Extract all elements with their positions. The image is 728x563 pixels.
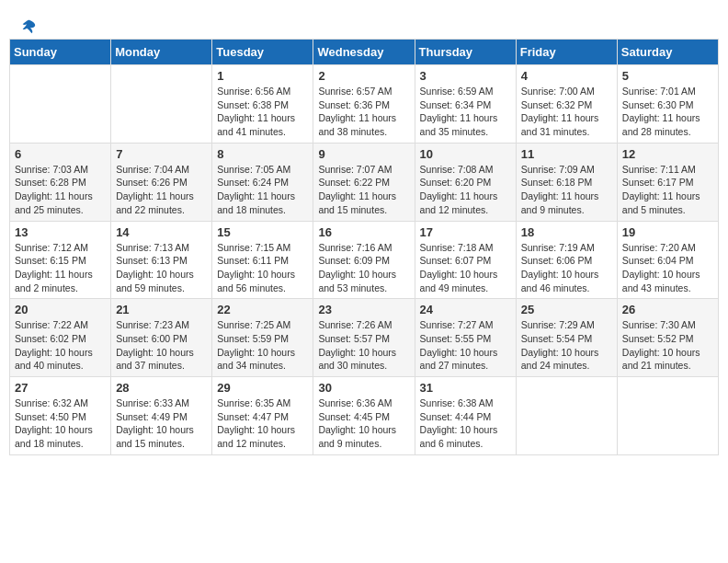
day-number: 4 <box>521 69 612 83</box>
day-number: 10 <box>420 147 511 161</box>
calendar-cell <box>516 377 617 455</box>
day-number: 25 <box>521 303 612 316</box>
day-number: 28 <box>116 381 207 395</box>
day-number: 16 <box>318 225 409 239</box>
calendar-cell <box>111 65 212 144</box>
weekday-header-sunday: Sunday <box>10 40 111 65</box>
day-number: 12 <box>622 147 713 161</box>
calendar-cell: 22Sunrise: 7:25 AMSunset: 5:59 PMDayligh… <box>212 299 313 377</box>
header <box>9 9 719 34</box>
calendar-cell: 31Sunrise: 6:38 AMSunset: 4:44 PMDayligh… <box>415 377 516 455</box>
day-info: Sunrise: 7:12 AMSunset: 6:15 PMDaylight:… <box>15 241 106 295</box>
logo <box>18 18 37 29</box>
day-info: Sunrise: 7:25 AMSunset: 5:59 PMDaylight:… <box>217 318 308 373</box>
calendar-cell: 13Sunrise: 7:12 AMSunset: 6:15 PMDayligh… <box>10 221 111 299</box>
day-info: Sunrise: 6:35 AMSunset: 4:47 PMDaylight:… <box>217 396 308 451</box>
day-number: 15 <box>217 225 308 239</box>
calendar-cell: 26Sunrise: 7:30 AMSunset: 5:52 PMDayligh… <box>617 299 718 377</box>
calendar-cell: 16Sunrise: 7:16 AMSunset: 6:09 PMDayligh… <box>313 221 415 299</box>
day-info: Sunrise: 7:04 AMSunset: 6:26 PMDaylight:… <box>116 163 207 217</box>
weekday-header-friday: Friday <box>516 40 617 65</box>
weekday-header-thursday: Thursday <box>415 40 516 65</box>
day-info: Sunrise: 7:20 AMSunset: 6:04 PMDaylight:… <box>622 241 713 295</box>
calendar-cell: 25Sunrise: 7:29 AMSunset: 5:54 PMDayligh… <box>516 299 617 377</box>
day-info: Sunrise: 6:36 AMSunset: 4:45 PMDaylight:… <box>318 396 409 451</box>
day-info: Sunrise: 7:07 AMSunset: 6:22 PMDaylight:… <box>318 163 409 217</box>
day-number: 24 <box>420 303 511 316</box>
day-info: Sunrise: 7:15 AMSunset: 6:11 PMDaylight:… <box>217 241 308 295</box>
day-number: 29 <box>217 381 308 395</box>
day-number: 14 <box>116 225 207 239</box>
calendar-cell: 10Sunrise: 7:08 AMSunset: 6:20 PMDayligh… <box>415 143 516 221</box>
day-info: Sunrise: 6:56 AMSunset: 6:38 PMDaylight:… <box>217 85 308 139</box>
day-info: Sunrise: 7:30 AMSunset: 5:52 PMDaylight:… <box>622 318 713 373</box>
calendar-cell: 14Sunrise: 7:13 AMSunset: 6:13 PMDayligh… <box>111 221 212 299</box>
week-row-3: 13Sunrise: 7:12 AMSunset: 6:15 PMDayligh… <box>10 221 719 299</box>
day-number: 5 <box>622 69 713 83</box>
calendar-cell: 11Sunrise: 7:09 AMSunset: 6:18 PMDayligh… <box>516 143 617 221</box>
day-info: Sunrise: 7:18 AMSunset: 6:07 PMDaylight:… <box>420 241 511 295</box>
day-info: Sunrise: 7:03 AMSunset: 6:28 PMDaylight:… <box>15 163 106 217</box>
weekday-header-saturday: Saturday <box>617 40 718 65</box>
day-number: 19 <box>622 225 713 239</box>
day-number: 20 <box>15 303 106 316</box>
day-number: 30 <box>318 381 409 395</box>
calendar-cell: 20Sunrise: 7:22 AMSunset: 6:02 PMDayligh… <box>10 299 111 377</box>
calendar-cell: 8Sunrise: 7:05 AMSunset: 6:24 PMDaylight… <box>212 143 313 221</box>
calendar-cell: 2Sunrise: 6:57 AMSunset: 6:36 PMDaylight… <box>313 65 415 144</box>
calendar-cell: 17Sunrise: 7:18 AMSunset: 6:07 PMDayligh… <box>415 221 516 299</box>
week-row-5: 27Sunrise: 6:32 AMSunset: 4:50 PMDayligh… <box>10 377 719 455</box>
day-number: 3 <box>420 69 511 83</box>
day-number: 1 <box>217 69 308 83</box>
weekday-header-wednesday: Wednesday <box>313 40 415 65</box>
calendar-cell: 5Sunrise: 7:01 AMSunset: 6:30 PMDaylight… <box>617 65 718 144</box>
calendar-cell: 1Sunrise: 6:56 AMSunset: 6:38 PMDaylight… <box>212 65 313 144</box>
day-info: Sunrise: 7:23 AMSunset: 6:00 PMDaylight:… <box>116 318 207 373</box>
day-number: 21 <box>116 303 207 316</box>
day-info: Sunrise: 7:08 AMSunset: 6:20 PMDaylight:… <box>420 163 511 217</box>
day-info: Sunrise: 7:27 AMSunset: 5:55 PMDaylight:… <box>420 318 511 373</box>
calendar-cell: 15Sunrise: 7:15 AMSunset: 6:11 PMDayligh… <box>212 221 313 299</box>
day-number: 13 <box>15 225 106 239</box>
day-info: Sunrise: 7:26 AMSunset: 5:57 PMDaylight:… <box>318 318 409 373</box>
day-info: Sunrise: 7:29 AMSunset: 5:54 PMDaylight:… <box>521 318 612 373</box>
day-info: Sunrise: 6:38 AMSunset: 4:44 PMDaylight:… <box>420 396 511 451</box>
calendar-cell: 30Sunrise: 6:36 AMSunset: 4:45 PMDayligh… <box>313 377 415 455</box>
weekday-header-row: SundayMondayTuesdayWednesdayThursdayFrid… <box>10 40 719 65</box>
day-number: 11 <box>521 147 612 161</box>
day-number: 27 <box>15 381 106 395</box>
day-number: 2 <box>318 69 409 83</box>
day-info: Sunrise: 7:09 AMSunset: 6:18 PMDaylight:… <box>521 163 612 217</box>
day-info: Sunrise: 7:11 AMSunset: 6:17 PMDaylight:… <box>622 163 713 217</box>
day-info: Sunrise: 7:01 AMSunset: 6:30 PMDaylight:… <box>622 85 713 139</box>
day-info: Sunrise: 7:16 AMSunset: 6:09 PMDaylight:… <box>318 241 409 295</box>
week-row-1: 1Sunrise: 6:56 AMSunset: 6:38 PMDaylight… <box>10 65 719 144</box>
weekday-header-monday: Monday <box>111 40 212 65</box>
day-info: Sunrise: 7:19 AMSunset: 6:06 PMDaylight:… <box>521 241 612 295</box>
day-info: Sunrise: 7:05 AMSunset: 6:24 PMDaylight:… <box>217 163 308 217</box>
calendar-cell: 29Sunrise: 6:35 AMSunset: 4:47 PMDayligh… <box>212 377 313 455</box>
calendar-cell: 27Sunrise: 6:32 AMSunset: 4:50 PMDayligh… <box>10 377 111 455</box>
calendar-cell: 12Sunrise: 7:11 AMSunset: 6:17 PMDayligh… <box>617 143 718 221</box>
day-number: 22 <box>217 303 308 316</box>
calendar-cell: 28Sunrise: 6:33 AMSunset: 4:49 PMDayligh… <box>111 377 212 455</box>
day-info: Sunrise: 7:13 AMSunset: 6:13 PMDaylight:… <box>116 241 207 295</box>
day-number: 9 <box>318 147 409 161</box>
day-info: Sunrise: 6:59 AMSunset: 6:34 PMDaylight:… <box>420 85 511 139</box>
calendar-cell: 19Sunrise: 7:20 AMSunset: 6:04 PMDayligh… <box>617 221 718 299</box>
day-info: Sunrise: 7:00 AMSunset: 6:32 PMDaylight:… <box>521 85 612 139</box>
calendar-cell: 24Sunrise: 7:27 AMSunset: 5:55 PMDayligh… <box>415 299 516 377</box>
weekday-header-tuesday: Tuesday <box>212 40 313 65</box>
calendar-cell <box>617 377 718 455</box>
calendar-cell: 6Sunrise: 7:03 AMSunset: 6:28 PMDaylight… <box>10 143 111 221</box>
day-number: 18 <box>521 225 612 239</box>
calendar-cell: 21Sunrise: 7:23 AMSunset: 6:00 PMDayligh… <box>111 299 212 377</box>
day-info: Sunrise: 6:32 AMSunset: 4:50 PMDaylight:… <box>15 396 106 451</box>
day-info: Sunrise: 7:22 AMSunset: 6:02 PMDaylight:… <box>15 318 106 373</box>
calendar-cell: 23Sunrise: 7:26 AMSunset: 5:57 PMDayligh… <box>313 299 415 377</box>
logo-bird-icon <box>20 18 37 35</box>
calendar-cell: 7Sunrise: 7:04 AMSunset: 6:26 PMDaylight… <box>111 143 212 221</box>
calendar-cell <box>10 65 111 144</box>
day-number: 23 <box>318 303 409 316</box>
calendar-table: SundayMondayTuesdayWednesdayThursdayFrid… <box>9 39 719 455</box>
